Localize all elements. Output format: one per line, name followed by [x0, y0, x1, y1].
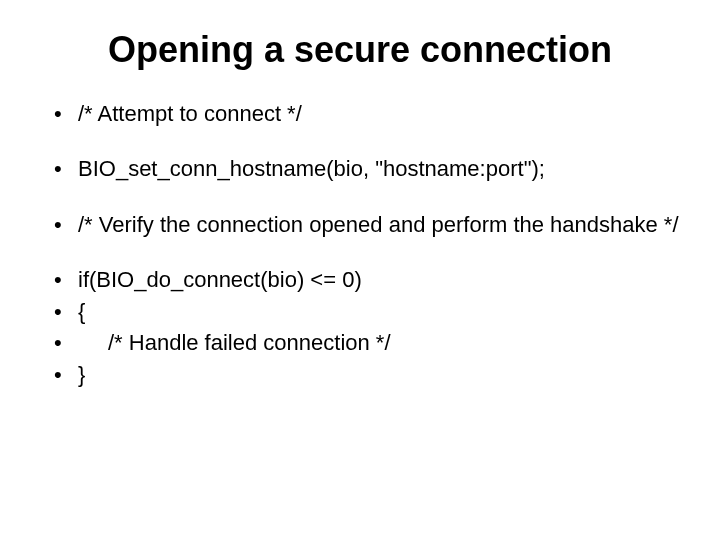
- spacer: [40, 131, 680, 155]
- slide-title: Opening a secure connection: [40, 30, 680, 70]
- bullet-list: if(BIO_do_connect(bio) <= 0) { /* Handle…: [40, 266, 680, 388]
- bullet-list: BIO_set_conn_hostname(bio, "hostname:por…: [40, 155, 680, 183]
- bullet-item: BIO_set_conn_hostname(bio, "hostname:por…: [40, 155, 680, 183]
- bullet-item: /* Attempt to connect */: [40, 100, 680, 128]
- spacer: [40, 242, 680, 266]
- bullet-text: /* Handle failed connection */: [108, 330, 391, 355]
- bullet-item: if(BIO_do_connect(bio) <= 0): [40, 266, 680, 294]
- slide: Opening a secure connection /* Attempt t…: [0, 0, 720, 540]
- bullet-item: }: [40, 361, 680, 389]
- bullet-item: /* Verify the connection opened and perf…: [40, 211, 680, 239]
- bullet-item: /* Handle failed connection */: [40, 329, 680, 357]
- bullet-item: {: [40, 298, 680, 326]
- bullet-list: /* Attempt to connect */: [40, 100, 680, 128]
- bullet-list: /* Verify the connection opened and perf…: [40, 211, 680, 239]
- spacer: [40, 187, 680, 211]
